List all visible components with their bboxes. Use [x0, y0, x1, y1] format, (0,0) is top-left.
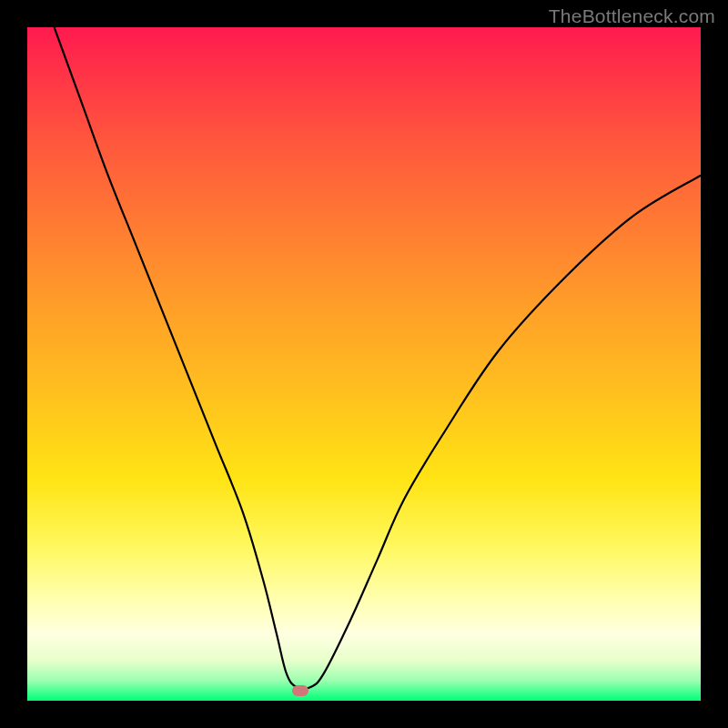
plot-area [27, 27, 701, 701]
minimum-marker [292, 685, 308, 696]
bottleneck-curve [27, 27, 701, 701]
watermark-text: TheBottleneck.com [549, 5, 715, 27]
chart-frame: TheBottleneck.com [0, 0, 728, 728]
